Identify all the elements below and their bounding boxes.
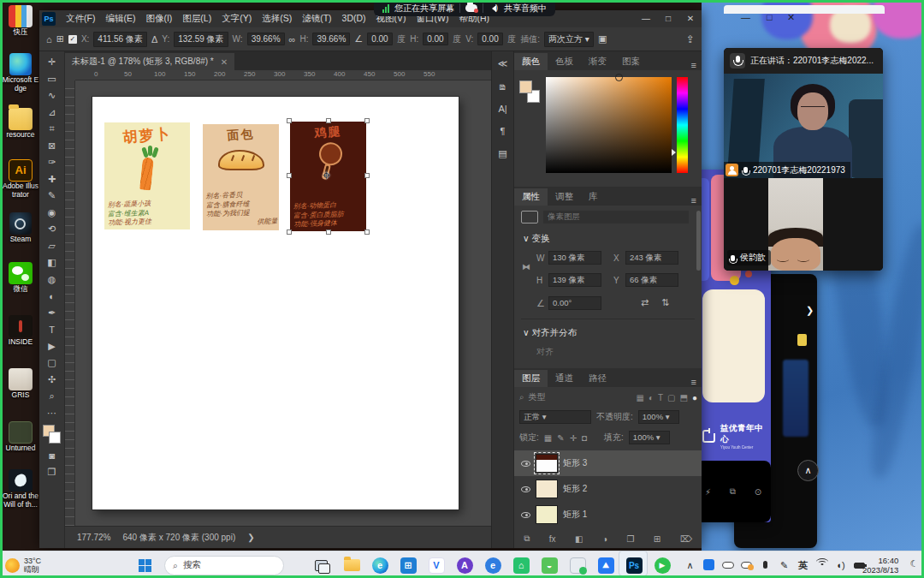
transform-y-input[interactable]: 66 像素	[625, 273, 678, 287]
bg-close-icon[interactable]: ✕	[787, 12, 795, 23]
tab-adjustments[interactable]: 调整	[548, 188, 581, 206]
taskbar-a-app[interactable]: A	[453, 553, 476, 577]
transform-handle[interactable]	[326, 229, 331, 235]
filter-adjustment-icon[interactable]: ◐	[649, 393, 654, 402]
tool-button[interactable]: ⊿	[43, 104, 62, 122]
transform-reference-point[interactable]: ⌖	[323, 168, 330, 183]
desktop-icon-edge[interactable]: Microsoft Edge	[2, 53, 39, 92]
flash-icon[interactable]: ⚡	[705, 487, 711, 497]
flip-horizontal-icon[interactable]: ⇄	[641, 297, 649, 308]
desktop-icon-kuaiya[interactable]: 快压	[2, 5, 39, 37]
layer-name[interactable]: 矩形 3	[563, 457, 587, 469]
hue-slider[interactable]	[677, 77, 688, 173]
tool-button[interactable]: ⟲	[43, 221, 62, 238]
collapse-panels-icon[interactable]: ≪	[498, 58, 508, 69]
opacity-select[interactable]: 100% ▾	[638, 410, 679, 424]
transform-handle[interactable]	[364, 229, 370, 235]
y-input[interactable]: 132.59 像素	[174, 32, 228, 47]
transform-handle[interactable]	[287, 173, 292, 178]
panel-menu-icon[interactable]: ≡	[691, 195, 702, 206]
layer-mask-icon[interactable]: ◧	[575, 534, 583, 544]
tab-paths[interactable]: 路径	[581, 370, 614, 387]
layer-thumbnail[interactable]	[536, 454, 558, 473]
transform-h-input[interactable]: 139 像素	[548, 273, 601, 287]
link-wh-icon[interactable]: ⧓	[522, 262, 530, 271]
clock[interactable]: 16:40 2023/8/13	[862, 551, 898, 578]
tool-button[interactable]: ⋯	[43, 405, 62, 422]
panel-menu-icon[interactable]: ≡	[691, 60, 702, 70]
visibility-eye-icon[interactable]	[521, 512, 530, 518]
hue-slider-arrow[interactable]	[672, 149, 679, 156]
character-panel-icon[interactable]: A|	[498, 104, 506, 114]
expand-right-button[interactable]: ❯	[799, 300, 820, 321]
filter-shape-icon[interactable]: ▢	[667, 393, 675, 402]
transform-handle[interactable]	[287, 118, 292, 123]
taskbar-voov[interactable]: V	[425, 553, 447, 577]
tool-button[interactable]: ✎	[43, 188, 62, 205]
transform-handle[interactable]	[364, 118, 370, 123]
taskbar-explorer[interactable]	[341, 553, 363, 577]
x-input[interactable]: 411.56 像素	[93, 32, 147, 47]
desktop-icon-illustrator[interactable]: Ai Adobe Illustrator	[2, 159, 39, 199]
transform-handle[interactable]	[287, 229, 292, 235]
desktop-icon-resource[interactable]: resource	[2, 108, 39, 140]
meeting-app-icon[interactable]	[465, 4, 477, 12]
adjustment-layer-icon[interactable]: ◑	[602, 534, 607, 544]
angle-input[interactable]: 0.00	[367, 33, 393, 45]
collapse-up-button[interactable]: ∧	[797, 460, 819, 481]
artboard[interactable]: 胡萝卜 别名·蔬菜小孩 富含·维生素A 功能·视力更佳 面包	[92, 97, 459, 509]
w-input[interactable]: 39.66%	[247, 33, 285, 45]
transform-x-input[interactable]: 243 像素	[625, 251, 678, 265]
tray-cloud-icon[interactable]	[719, 560, 737, 570]
tab-swatches[interactable]: 色板	[548, 53, 581, 70]
ime-indicator[interactable]: 英	[794, 559, 812, 572]
zoom-level[interactable]: 177.72%	[77, 533, 110, 542]
lock-all-icon[interactable]: ◘	[582, 433, 587, 443]
participant2-video[interactable]: 侯韵歆	[724, 178, 883, 271]
tool-button[interactable]: ▢	[43, 355, 62, 372]
interpolation-select[interactable]: 两次立方 ▾	[544, 32, 594, 47]
link-dimensions-icon[interactable]: ∞	[289, 34, 296, 45]
layer-effects-icon[interactable]: fx	[549, 534, 556, 544]
tab-libraries[interactable]: 库	[581, 188, 606, 206]
color-field[interactable]	[546, 77, 672, 173]
v-skew-input[interactable]: 0.00	[477, 33, 503, 45]
share-icon[interactable]: ⇪	[686, 33, 695, 45]
taskbar-photoshop[interactable]: Ps	[623, 553, 645, 577]
visibility-eye-icon[interactable]	[521, 461, 530, 467]
transform-handle[interactable]	[326, 118, 331, 123]
menu-item[interactable]: 滤镜(T)	[297, 11, 336, 27]
screen-mode-icon[interactable]: ❐	[43, 464, 62, 481]
tool-button[interactable]: ∿	[43, 87, 62, 104]
layer-name[interactable]: 矩形 1	[563, 509, 587, 521]
taskbar-media-play[interactable]: ▶	[651, 553, 673, 577]
quick-mask-icon[interactable]: ◙	[43, 447, 62, 464]
tool-button[interactable]: ⊠	[43, 138, 62, 155]
home-icon[interactable]: ⌂	[46, 34, 52, 45]
taskbar-e-app[interactable]: e	[482, 553, 504, 577]
desktop-icon-steam[interactable]: Steam	[2, 212, 39, 244]
menu-item[interactable]: 编辑(E)	[100, 11, 140, 27]
filter-image-icon[interactable]: ▦	[636, 393, 643, 402]
tool-button[interactable]: ✒	[43, 305, 62, 322]
menu-item[interactable]: 文件(F)	[61, 11, 100, 27]
layer-row-rect2[interactable]: 矩形 2	[514, 476, 702, 502]
tool-button[interactable]: ▭	[43, 71, 62, 88]
delete-layer-icon[interactable]: ⌦	[680, 534, 692, 544]
paragraph-panel-icon[interactable]: ¶	[500, 126, 506, 136]
transform-section-header[interactable]: ∨ 变换	[523, 233, 550, 245]
link-layers-icon[interactable]: ⧉	[524, 533, 530, 544]
tool-button[interactable]: ◉	[43, 205, 62, 222]
transform-angle-input[interactable]: 0.00°	[548, 296, 601, 310]
tool-button[interactable]: T	[43, 321, 62, 338]
tray-sync-cloud-icon[interactable]	[737, 560, 755, 570]
desktop-icon-inside[interactable]: INSIDE	[2, 315, 39, 347]
background-swatch[interactable]	[49, 432, 61, 444]
panel-menu-icon[interactable]: ≡	[691, 377, 702, 387]
tool-button[interactable]: ◐	[43, 288, 62, 305]
panel-foreground-swatch[interactable]	[519, 80, 532, 93]
panel-scrollbar[interactable]	[696, 211, 701, 271]
layer-row-rect3[interactable]: 矩形 3	[514, 450, 702, 476]
tool-button[interactable]: ✚	[43, 171, 62, 188]
align-section-header[interactable]: ∨ 对齐并分布	[523, 327, 577, 339]
